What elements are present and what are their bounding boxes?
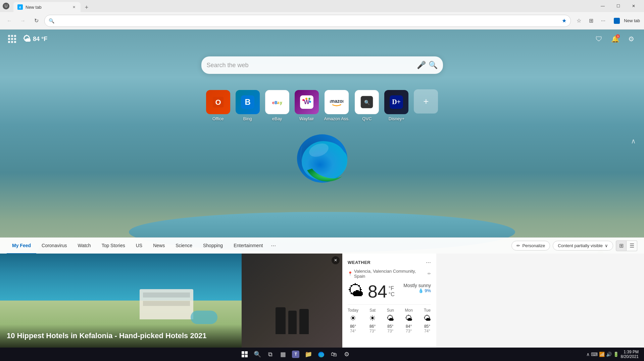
pool-area [191, 311, 217, 324]
task-view-button[interactable]: ⧉ [265, 349, 276, 360]
edit-location-icon[interactable]: ✏ [428, 271, 431, 276]
volume-icon[interactable]: 🔊 [606, 352, 612, 357]
personalize-button[interactable]: ✏ Personalize [511, 241, 550, 251]
forecast-icon-2: 🌤 [387, 314, 394, 323]
quick-link-office[interactable]: O Office [206, 90, 230, 121]
weather-sun-large-icon: 🌤 [348, 281, 364, 300]
search-icon: 🔍 [254, 351, 261, 358]
grid-icon: ⊞ [619, 242, 624, 249]
forecast-day-name-3: Mon [405, 308, 413, 313]
widgets-button[interactable]: ▦ [278, 349, 288, 360]
edge-taskbar-button[interactable] [316, 349, 327, 360]
content-visibility-button[interactable]: Content partially visible ∨ [553, 241, 613, 251]
system-tray: ∧ ⌨ 📶 🔊 🔋 [586, 352, 619, 357]
search-button[interactable]: 🔍 [429, 61, 438, 70]
shield-button[interactable]: 🛡 [593, 33, 605, 45]
weather-location-text: Valencia, Valencian Community, Spain [354, 269, 425, 279]
file-explorer-button[interactable]: 📁 [303, 349, 314, 360]
taskbar-clock[interactable]: 1:39 PM 8/20/2021 [621, 350, 639, 359]
quick-link-bing[interactable]: B Bing [236, 90, 260, 121]
forecast-low-2: 73° [387, 329, 393, 333]
tab-science[interactable]: Science [170, 238, 198, 254]
new-tab-button[interactable]: + [82, 3, 91, 12]
news-cards: 10 Hippest Hotels in Kefalonia - Hand-pi… [0, 254, 644, 348]
news-card-taliban[interactable]: ✕ W The Washington Post · 9h ago Taliban… [242, 254, 342, 348]
tab-entertainment[interactable]: Entertainment [228, 238, 268, 254]
quick-link-wayfair[interactable]: W Wayfair [295, 90, 319, 121]
active-tab[interactable]: e New tab ✕ [13, 2, 81, 12]
svg-rect-28 [245, 355, 248, 357]
tab-top-stories[interactable]: Top Stories [96, 238, 131, 254]
main-content: 🌤 84 °F 🛡 🔔 3 ⚙ 🎤 🔍 [0, 30, 644, 348]
forecast-day-name-4: Tue [424, 308, 431, 313]
tab-my-feed[interactable]: My Feed [7, 238, 36, 254]
office-icon: O [206, 90, 230, 114]
svg-point-13 [302, 99, 304, 101]
favorites-button[interactable]: ☆ [574, 15, 584, 26]
tab-shopping[interactable]: Shopping [198, 238, 228, 254]
news-card-hotels[interactable]: 10 Hippest Hotels in Kefalonia - Hand-pi… [0, 254, 242, 348]
tab-us[interactable]: US [131, 238, 148, 254]
weather-more-button[interactable]: ··· [426, 259, 431, 266]
quick-link-disney[interactable]: D+ Disney+ [384, 90, 408, 121]
chevron-up-icon[interactable]: ∧ [586, 352, 590, 357]
microsoft-store-button[interactable]: 🛍 [329, 349, 339, 360]
refresh-button[interactable]: ↻ [31, 15, 42, 26]
bookmark-star-icon[interactable]: ★ [562, 17, 566, 24]
gear-icon: ⚙ [628, 35, 634, 43]
forward-button[interactable]: → [17, 15, 28, 26]
teams-button[interactable]: T [290, 349, 301, 360]
tab-news[interactable]: News [148, 238, 170, 254]
forecast-temps-2: 85° 73° [387, 324, 393, 333]
minimize-button[interactable]: — [595, 0, 610, 12]
maximize-button[interactable]: ☐ [610, 0, 626, 12]
forecast-day-name-0: Today [348, 308, 358, 313]
more-button[interactable]: ··· [598, 15, 608, 26]
store-icon: 🛍 [331, 351, 337, 358]
start-button[interactable] [239, 349, 250, 360]
microphone-icon[interactable]: 🎤 [417, 61, 426, 70]
notification-button[interactable]: 🔔 3 [609, 33, 621, 45]
ebay-label: eBay [272, 116, 282, 121]
more-tabs-button[interactable]: ··· [268, 242, 279, 249]
forecast-temps-1: 86° 73° [369, 324, 376, 333]
quick-link-amazon[interactable]: amazon Amazon Ass. [324, 90, 350, 121]
wifi-icon[interactable]: 📶 [599, 352, 605, 357]
tab-coronavirus[interactable]: Coronavirus [36, 238, 72, 254]
taskbar-right: ∧ ⌨ 📶 🔊 🔋 1:39 PM 8/20/2021 [586, 350, 639, 359]
web-search-input[interactable] [207, 62, 414, 69]
grid-view-button[interactable]: ⊞ [616, 240, 627, 251]
settings-button[interactable]: ⚙ [625, 33, 637, 45]
temp-celsius: °C [389, 291, 395, 298]
weather-widget[interactable]: 🌤 84 °F [23, 34, 47, 44]
weather-desc-area: Mostly sunny 💧 9% [403, 283, 431, 293]
address-input[interactable] [57, 18, 559, 24]
battery-icon[interactable]: 🔋 [613, 352, 619, 357]
taskbar-settings-button[interactable]: ⚙ [341, 349, 352, 360]
apps-grid-button[interactable] [7, 34, 17, 44]
close-taliban-card-button[interactable]: ✕ [332, 256, 340, 264]
profile-icon[interactable]: U [3, 3, 9, 9]
tab-close-button[interactable]: ✕ [71, 4, 77, 10]
qvc-label: QVC [362, 116, 371, 121]
forecast-low-1: 73° [369, 329, 376, 333]
tab-watch[interactable]: Watch [72, 238, 96, 254]
list-view-button[interactable]: ☰ [627, 240, 637, 251]
quick-link-ebay[interactable]: e B a y eBay [265, 90, 289, 121]
address-bar[interactable]: 🔍 ★ [44, 15, 571, 27]
wayfair-icon: W [295, 90, 319, 114]
forecast-day-name-2: Sun [387, 308, 394, 313]
close-button[interactable]: ✕ [626, 0, 641, 12]
add-quick-link-button[interactable]: + [414, 89, 438, 114]
amazon-label: Amazon Ass. [324, 116, 350, 121]
back-button[interactable]: ← [4, 15, 15, 26]
page-search: 🎤 🔍 [201, 56, 443, 74]
weather-card-header: WEATHER ··· [348, 259, 431, 266]
forecast-temps-0: 86° 74° [350, 324, 356, 333]
taskbar-search-button[interactable]: 🔍 [252, 349, 263, 360]
collections-button[interactable]: ⊞ [586, 15, 596, 26]
quick-link-qvc[interactable]: 🔍 QVC [355, 90, 379, 121]
scroll-up-button[interactable]: ∧ [631, 137, 636, 145]
tab-favicon: e [17, 4, 23, 10]
keyboard-icon[interactable]: ⌨ [591, 352, 598, 357]
